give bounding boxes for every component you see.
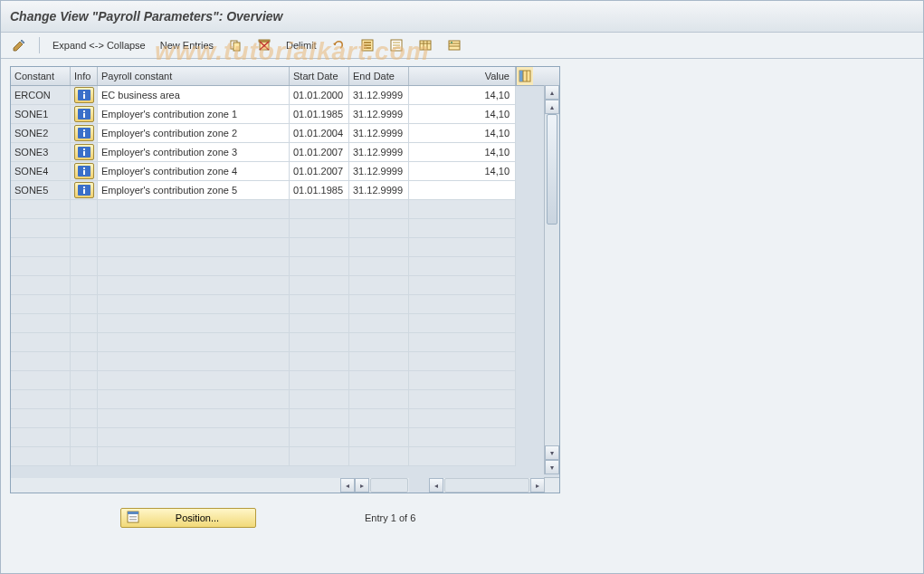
cell-constant[interactable]: SONE1 bbox=[11, 105, 71, 124]
cell-empty[interactable] bbox=[11, 390, 71, 409]
scroll-up-step-button[interactable]: ▴ bbox=[545, 100, 559, 114]
cell-empty[interactable] bbox=[409, 200, 516, 219]
cell-empty[interactable] bbox=[98, 200, 290, 219]
cell-empty[interactable] bbox=[349, 428, 409, 447]
cell-constant[interactable]: SONE2 bbox=[11, 124, 71, 143]
cell-value[interactable]: 14,10 bbox=[409, 124, 516, 143]
cell-end-date[interactable]: 31.12.9999 bbox=[349, 162, 409, 181]
table-row-empty[interactable] bbox=[11, 352, 559, 371]
cell-constant[interactable]: ERCON bbox=[11, 86, 71, 105]
cell-empty[interactable] bbox=[71, 238, 98, 257]
cell-empty[interactable] bbox=[290, 314, 349, 333]
delimit-button[interactable]: Delimit bbox=[281, 35, 322, 55]
cell-empty[interactable] bbox=[71, 390, 98, 409]
cell-empty[interactable] bbox=[409, 352, 516, 371]
print-button[interactable] bbox=[442, 35, 467, 55]
cell-empty[interactable] bbox=[98, 409, 290, 428]
cell-payroll-constant[interactable]: Employer's contribution zone 4 bbox=[98, 162, 290, 181]
cell-constant[interactable]: SONE3 bbox=[11, 143, 71, 162]
cell-empty[interactable] bbox=[71, 257, 98, 276]
cell-empty[interactable] bbox=[11, 200, 71, 219]
table-row-empty[interactable] bbox=[11, 333, 559, 352]
cell-empty[interactable] bbox=[11, 257, 71, 276]
cell-empty[interactable] bbox=[11, 295, 71, 314]
cell-empty[interactable] bbox=[349, 219, 409, 238]
cell-empty[interactable] bbox=[290, 276, 349, 295]
scroll-track[interactable] bbox=[545, 114, 559, 445]
cell-empty[interactable] bbox=[71, 276, 98, 295]
cell-empty[interactable] bbox=[290, 390, 349, 409]
cell-value[interactable]: 14,10 bbox=[409, 86, 516, 105]
cell-empty[interactable] bbox=[98, 390, 290, 409]
table-settings-button[interactable] bbox=[413, 35, 438, 55]
cell-empty[interactable] bbox=[11, 333, 71, 352]
position-button[interactable]: Position... bbox=[120, 508, 256, 528]
hscroll-right-prev[interactable]: ◂ bbox=[429, 478, 443, 493]
cell-empty[interactable] bbox=[71, 352, 98, 371]
scroll-down-button[interactable]: ▾ bbox=[545, 460, 559, 474]
hscroll-right-track[interactable] bbox=[444, 478, 529, 493]
cell-empty[interactable] bbox=[11, 352, 71, 371]
cell-value[interactable] bbox=[409, 181, 516, 200]
cell-start-date[interactable]: 01.01.2007 bbox=[290, 143, 349, 162]
cell-empty[interactable] bbox=[349, 371, 409, 390]
info-button[interactable] bbox=[74, 182, 94, 198]
table-row-empty[interactable] bbox=[11, 371, 559, 390]
cell-empty[interactable] bbox=[290, 295, 349, 314]
expand-collapse-button[interactable]: Expand <-> Collapse bbox=[47, 35, 151, 55]
cell-empty[interactable] bbox=[349, 314, 409, 333]
cell-empty[interactable] bbox=[290, 409, 349, 428]
cell-empty[interactable] bbox=[409, 390, 516, 409]
cell-empty[interactable] bbox=[290, 428, 349, 447]
cell-empty[interactable] bbox=[409, 371, 516, 390]
cell-empty[interactable] bbox=[11, 447, 71, 466]
table-row[interactable]: SONE3Employer's contribution zone 301.01… bbox=[11, 143, 559, 162]
cell-empty[interactable] bbox=[409, 238, 516, 257]
table-row-empty[interactable] bbox=[11, 447, 559, 466]
table-row-empty[interactable] bbox=[11, 219, 559, 238]
col-header-value[interactable]: Value bbox=[409, 67, 516, 85]
cell-empty[interactable] bbox=[290, 238, 349, 257]
info-button[interactable] bbox=[74, 163, 94, 179]
scroll-thumb[interactable] bbox=[547, 114, 557, 225]
cell-empty[interactable] bbox=[11, 238, 71, 257]
cell-empty[interactable] bbox=[409, 428, 516, 447]
table-row-empty[interactable] bbox=[11, 314, 559, 333]
cell-empty[interactable] bbox=[409, 333, 516, 352]
cell-empty[interactable] bbox=[349, 257, 409, 276]
info-button[interactable] bbox=[74, 106, 94, 122]
cell-end-date[interactable]: 31.12.9999 bbox=[349, 143, 409, 162]
cell-empty[interactable] bbox=[98, 295, 290, 314]
cell-end-date[interactable]: 31.12.9999 bbox=[349, 86, 409, 105]
cell-empty[interactable] bbox=[290, 257, 349, 276]
cell-empty[interactable] bbox=[349, 295, 409, 314]
cell-empty[interactable] bbox=[11, 371, 71, 390]
cell-empty[interactable] bbox=[98, 371, 290, 390]
cell-start-date[interactable]: 01.01.2007 bbox=[290, 162, 349, 181]
col-header-end-date[interactable]: End Date bbox=[349, 67, 409, 85]
cell-end-date[interactable]: 31.12.9999 bbox=[349, 181, 409, 200]
hscroll-left-prev[interactable]: ◂ bbox=[340, 478, 355, 493]
cell-empty[interactable] bbox=[71, 428, 98, 447]
cell-empty[interactable] bbox=[71, 314, 98, 333]
cell-empty[interactable] bbox=[11, 314, 71, 333]
cell-empty[interactable] bbox=[98, 219, 290, 238]
cell-payroll-constant[interactable]: Employer's contribution zone 3 bbox=[98, 143, 290, 162]
table-row-empty[interactable] bbox=[11, 428, 559, 447]
hscroll-left-track[interactable] bbox=[370, 478, 408, 493]
cell-empty[interactable] bbox=[409, 314, 516, 333]
cell-empty[interactable] bbox=[71, 371, 98, 390]
cell-start-date[interactable]: 01.01.2004 bbox=[290, 124, 349, 143]
table-row-empty[interactable] bbox=[11, 200, 559, 219]
cell-empty[interactable] bbox=[98, 333, 290, 352]
cell-empty[interactable] bbox=[71, 200, 98, 219]
info-button[interactable] bbox=[74, 125, 94, 141]
cell-start-date[interactable]: 01.01.2000 bbox=[290, 86, 349, 105]
scroll-up-button[interactable]: ▴ bbox=[545, 85, 559, 100]
table-row-empty[interactable] bbox=[11, 276, 559, 295]
cell-empty[interactable] bbox=[71, 219, 98, 238]
cell-empty[interactable] bbox=[290, 371, 349, 390]
cell-empty[interactable] bbox=[409, 257, 516, 276]
cell-value[interactable]: 14,10 bbox=[409, 162, 516, 181]
cell-constant[interactable]: SONE5 bbox=[11, 181, 71, 200]
